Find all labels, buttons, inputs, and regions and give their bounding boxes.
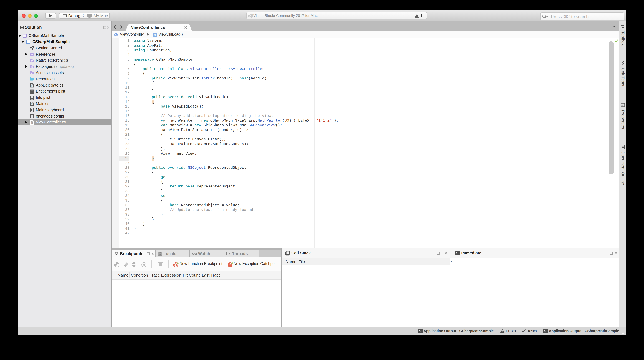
svg-text:M: M <box>154 33 156 36</box>
svg-text:C: C <box>115 33 117 36</box>
svg-text:{}: {} <box>30 85 33 87</box>
svg-text:<>: <> <box>31 115 33 118</box>
svg-text:{}: {} <box>30 103 33 106</box>
svg-text:{}: {} <box>30 122 33 124</box>
